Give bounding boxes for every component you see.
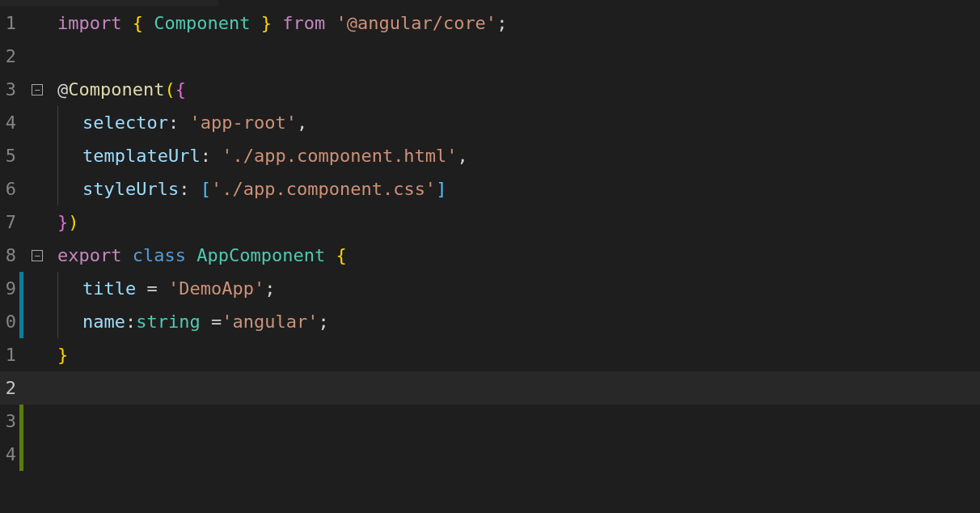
line-number: 0	[0, 305, 18, 338]
token	[272, 6, 282, 40]
line-number: 1	[0, 6, 18, 40]
token: './app.component.css'	[211, 172, 436, 206]
code-line-current[interactable]: 2	[0, 371, 980, 405]
token: (	[164, 73, 175, 106]
token	[250, 6, 260, 40]
code-line[interactable]: 4	[0, 438, 980, 471]
fold-collapse-icon[interactable]: −	[32, 250, 43, 261]
token: {	[175, 73, 186, 106]
token: }	[261, 6, 272, 40]
code-line[interactable]: 3	[0, 405, 980, 438]
token: }	[57, 206, 68, 239]
line-number: 3	[0, 73, 18, 106]
token: string	[136, 305, 200, 338]
token	[211, 139, 222, 172]
line-number: 9	[0, 272, 18, 305]
token	[325, 239, 336, 272]
token	[201, 305, 211, 338]
token	[136, 272, 146, 305]
token: =	[211, 305, 222, 338]
token: =	[146, 272, 157, 305]
line-number: 2	[0, 371, 18, 405]
token	[325, 6, 336, 40]
token: export	[57, 239, 121, 272]
token: 'app-root'	[189, 106, 296, 139]
token: 'DemoApp'	[168, 272, 264, 305]
token	[143, 6, 154, 40]
code-line[interactable]: 8 − export class AppComponent {	[0, 239, 980, 272]
line-number: 3	[0, 405, 18, 438]
token: styleUrls	[82, 172, 179, 206]
token	[179, 106, 189, 139]
code-line[interactable]: 0 name:string ='angular';	[0, 305, 980, 338]
token: [	[201, 172, 211, 206]
token: templateUrl	[82, 139, 201, 172]
line-number: 2	[0, 40, 18, 73]
code-line[interactable]: 1 }	[0, 338, 980, 371]
token: name	[82, 305, 125, 338]
token: title	[82, 272, 136, 305]
line-number: 7	[0, 206, 18, 239]
token	[121, 239, 132, 272]
token: AppComponent	[196, 239, 325, 272]
line-number: 1	[0, 338, 18, 371]
line-number: 4	[0, 106, 18, 139]
token: '@angular/core'	[336, 6, 496, 40]
token: ;	[496, 6, 507, 40]
token: :	[179, 172, 189, 206]
code-line[interactable]: 1 import { Component } from '@angular/co…	[0, 6, 980, 40]
code-line[interactable]: 2	[0, 40, 980, 73]
token: ;	[264, 272, 275, 305]
token: Component	[154, 6, 250, 40]
token: 'angular'	[222, 305, 318, 338]
token: class	[133, 239, 186, 272]
token: Component	[68, 73, 164, 106]
code-line[interactable]: 5 templateUrl: './app.component.html',	[0, 139, 980, 172]
token: ,	[297, 106, 307, 139]
fold-collapse-icon[interactable]: −	[32, 84, 43, 95]
token	[186, 239, 196, 272]
line-number: 5	[0, 139, 18, 172]
code-line[interactable]: 3 − @Component({	[0, 73, 980, 106]
token: ,	[458, 139, 468, 172]
token: {	[133, 6, 143, 40]
line-number: 6	[0, 172, 18, 206]
token: :	[201, 139, 211, 172]
code-line[interactable]: 9 title = 'DemoApp';	[0, 272, 980, 305]
token: selector	[82, 106, 168, 139]
line-number: 8	[0, 239, 18, 272]
token	[121, 6, 132, 40]
code-line[interactable]: 7 })	[0, 206, 980, 239]
token: {	[336, 239, 346, 272]
token: :	[168, 106, 179, 139]
code-line[interactable]: 4 selector: 'app-root',	[0, 106, 980, 139]
code-editor[interactable]: 1 import { Component } from '@angular/co…	[0, 6, 980, 513]
token: './app.component.html'	[222, 139, 457, 172]
token: ;	[318, 305, 328, 338]
token: import	[57, 6, 121, 40]
token: @	[57, 73, 68, 106]
line-number: 4	[0, 438, 18, 471]
token	[158, 272, 168, 305]
token	[189, 172, 200, 206]
token: )	[68, 206, 78, 239]
code-line[interactable]: 6 styleUrls: ['./app.component.css']	[0, 172, 980, 206]
token: }	[57, 338, 68, 371]
token: :	[125, 305, 136, 338]
token: from	[282, 6, 325, 40]
token: ]	[436, 172, 446, 206]
